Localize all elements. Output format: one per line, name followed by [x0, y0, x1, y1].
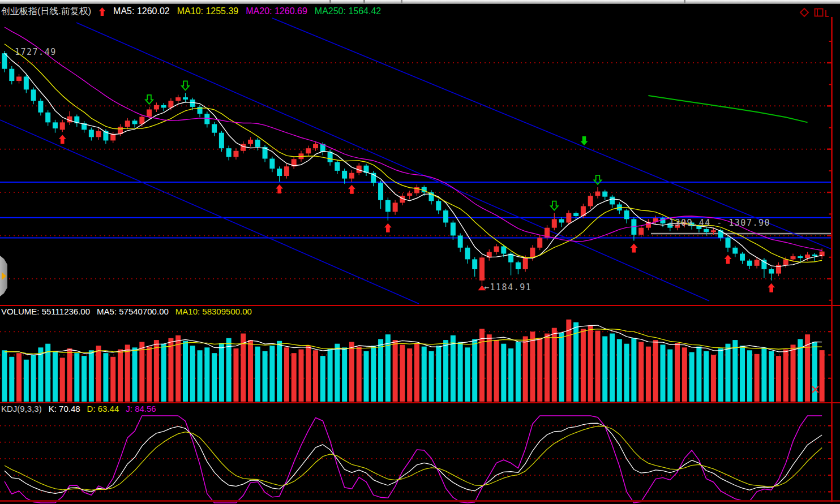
kdj-k-value: K: 70.48 [49, 404, 80, 413]
right-axis [827, 17, 832, 502]
volume-ma10-value: MA10: 58309500.00 [175, 307, 252, 316]
close-icon[interactable] [811, 385, 820, 394]
kdj-indicator-name: KDJ(9,3,3) [1, 404, 42, 413]
float-arrow [581, 136, 588, 145]
range-label: 1309.44 - 1307.90 [669, 218, 770, 228]
ma20-value: MA20: 1260.69 [246, 6, 307, 16]
window-icon[interactable] [814, 7, 829, 18]
volume-value: VOLUME: 55111236.00 [1, 307, 90, 316]
volume-bars [2, 320, 825, 402]
volume-panel-header: VOLUME: 55111236.00 MA5: 57540700.00 MA1… [1, 307, 252, 316]
kdj-d-value: D: 63.44 [87, 404, 119, 413]
sell-arrows [145, 81, 601, 210]
kdj-gridlines [0, 426, 831, 492]
stock-chart-window: 创业板指(日线.前复权) MA5: 1260.02 MA10: 1255.39 … [0, 0, 840, 504]
high-price-label: 1727.49 [15, 47, 57, 57]
price-gridlines [0, 63, 831, 279]
symbol-title: 创业板指(日线.前复权) [1, 6, 91, 18]
chart-canvas[interactable] [0, 0, 840, 504]
buy-arrows [59, 135, 775, 292]
ma250-value: MA250: 1564.42 [315, 6, 381, 16]
diamond-icon[interactable] [799, 7, 809, 18]
expand-arrow-icon [2, 272, 6, 280]
panel-separators [0, 305, 840, 502]
kdj-j-value: J: 84.56 [126, 404, 156, 413]
volume-ma5-value: MA5: 57540700.00 [97, 307, 169, 316]
up-arrow-icon [98, 7, 106, 16]
panel-controls [799, 7, 829, 18]
ma250-line [648, 96, 807, 122]
ma5-value: MA5: 1260.02 [113, 6, 170, 16]
candlesticks [2, 51, 825, 285]
low-price-label: ←1184.91 [484, 282, 532, 292]
ma10-value: MA10: 1255.39 [177, 6, 239, 16]
trend-lines [0, 18, 831, 304]
kdj-panel-header: KDJ(9,3,3) K: 70.48 D: 63.44 J: 84.56 [1, 404, 156, 413]
price-panel-header: 创业板指(日线.前复权) MA5: 1260.02 MA10: 1255.39 … [1, 5, 381, 18]
